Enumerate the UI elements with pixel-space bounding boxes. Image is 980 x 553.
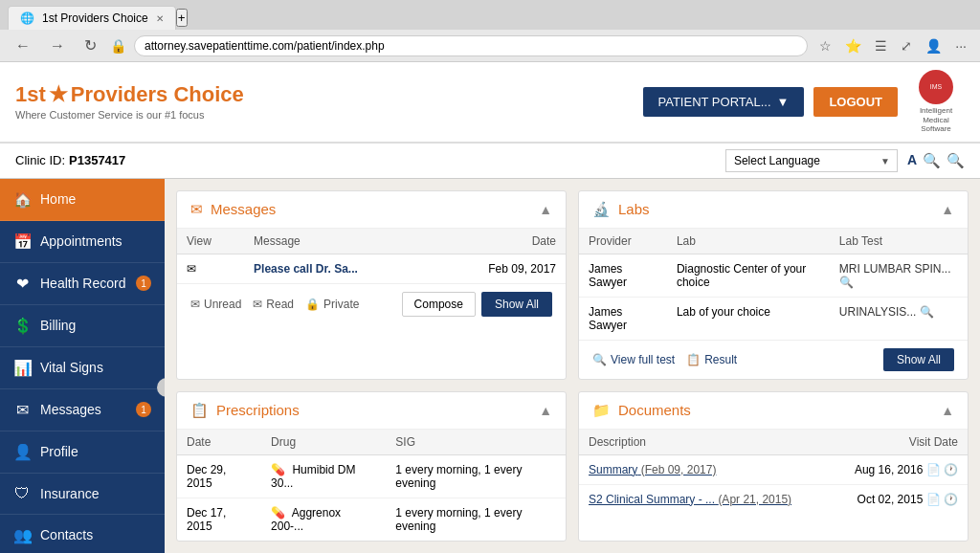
rx-sig-2: 1 every morning, 1 every evening — [386, 498, 566, 541]
lab-lab-2: Lab of your choice — [667, 297, 830, 340]
accessibility-icons: A 🔍 🔍 — [907, 152, 965, 169]
back-button[interactable]: ← — [10, 35, 36, 56]
msg-date-cell: Feb 09, 2017 — [433, 254, 566, 283]
extend-icon[interactable]: ⤢ — [897, 36, 916, 55]
messages-card-title: ✉ Messages — [190, 201, 276, 218]
sidebar-label-appointments: Appointments — [40, 233, 122, 249]
text-size-icon[interactable]: A — [907, 152, 917, 169]
address-input[interactable] — [134, 35, 808, 56]
sidebar-item-appointments[interactable]: 📅 Appointments — [0, 221, 165, 263]
patient-portal-label: PATIENT PORTAL... — [658, 95, 771, 109]
doc-file-icon-2[interactable]: 📄 — [926, 493, 941, 506]
app-body: ‹ 🏠 Home 📅 Appointments ❤ Health Record … — [0, 179, 980, 553]
lab-search-icon-2[interactable]: 🔍 — [920, 305, 934, 319]
messages-footer-actions: Compose Show All — [402, 292, 552, 317]
view-full-test-link[interactable]: 🔍 View full test — [592, 353, 675, 366]
header-actions: PATIENT PORTAL... ▼ LOGOUT IMS Intellige… — [643, 70, 965, 134]
star-icon[interactable]: ⭐ — [841, 36, 865, 55]
logout-button[interactable]: LOGOUT — [813, 87, 898, 117]
prescriptions-card-body: Date Drug SIG Dec 29, 2015 💊 Humibid DM … — [177, 430, 566, 541]
lab-test-2: URINALYSIS... 🔍 — [830, 297, 968, 340]
sidebar-item-profile[interactable]: 👤 Profile — [0, 431, 165, 474]
documents-title-icon: 📁 — [592, 402, 611, 419]
unread-filter[interactable]: ✉ Unread — [190, 298, 241, 311]
sidebar-item-billing[interactable]: 💲 Billing — [0, 305, 165, 347]
sidebar-item-home[interactable]: 🏠 Home — [0, 179, 165, 221]
bookmark-icon[interactable]: ☆ — [815, 36, 835, 55]
doc-desc-text-2: S2 Clinical Summary - ... — [589, 493, 715, 506]
doc-summary-link-1[interactable]: Summary (Feb 09, 2017) — [589, 463, 716, 476]
rx-drug-1: 💊 Humibid DM 30... — [261, 454, 386, 498]
labs-collapse-icon[interactable]: ▲ — [941, 202, 954, 217]
messages-collapse-icon[interactable]: ▲ — [539, 202, 552, 217]
drug-icon-2: 💊 — [271, 506, 285, 520]
labs-title-text: Labs — [618, 201, 650, 217]
doc-file-icon-1[interactable]: 📄 — [926, 463, 941, 476]
lock-icon: 🔒 — [110, 38, 126, 54]
tab-bar: 🌐 1st Providers Choice ✕ + — [0, 0, 980, 30]
doc-summary-link-2[interactable]: S2 Clinical Summary - ... (Apr 21, 2015) — [589, 493, 791, 506]
sidebar-label-contacts: Contacts — [40, 527, 93, 542]
new-tab-button[interactable]: + — [176, 9, 188, 27]
doc-col-visit-date: Visit Date — [830, 430, 968, 455]
doc-desc-2: S2 Clinical Summary - ... (Apr 21, 2015) — [579, 484, 830, 514]
sidebar-item-vital-signs[interactable]: 📊 Vital Signs — [0, 347, 165, 389]
sidebar-item-insurance[interactable]: 🛡 Insurance — [0, 474, 165, 515]
search-icon-2[interactable]: 🔍 — [947, 152, 965, 169]
health-record-badge: 1 — [136, 276, 151, 291]
doc-visit-date-2: Oct 02, 2015 — [858, 493, 924, 506]
logo-text-first: 1st — [15, 82, 46, 107]
prescriptions-table: Date Drug SIG Dec 29, 2015 💊 Humibid DM … — [177, 430, 566, 541]
documents-title-text: Documents — [618, 402, 691, 418]
profile-icon[interactable]: 👤 — [922, 36, 946, 55]
result-link[interactable]: 📋 Result — [686, 353, 737, 366]
browser-tab[interactable]: 🌐 1st Providers Choice ✕ — [8, 6, 176, 30]
envelope-icon: ✉ — [13, 401, 31, 419]
heart-icon: ❤ — [13, 275, 31, 293]
messages-card-header: ✉ Messages ▲ — [177, 191, 566, 229]
sidebar-item-contacts[interactable]: 👥 Contacts — [0, 515, 165, 553]
browser-chrome: 🌐 1st Providers Choice ✕ + ← → ↻ 🔒 ☆ ⭐ ☰… — [0, 0, 980, 62]
logo-text-rest: Providers Choice — [71, 82, 244, 107]
more-icon[interactable]: ··· — [951, 36, 970, 55]
read-filter[interactable]: ✉ Read — [253, 298, 294, 311]
private-filter[interactable]: 🔒 Private — [305, 298, 359, 311]
lab-provider-1: James Sawyer — [579, 254, 667, 297]
tab-close-icon[interactable]: ✕ — [156, 13, 164, 24]
prescriptions-title-icon: 📋 — [190, 402, 209, 419]
documents-collapse-icon[interactable]: ▲ — [941, 403, 954, 418]
lab-test-1: MRI LUMBAR SPIN... 🔍 — [830, 254, 968, 297]
labs-col-test: Lab Test — [830, 229, 968, 254]
doc-visit-2: Oct 02, 2015 📄 🕐 — [830, 484, 968, 514]
messages-show-all-button[interactable]: Show All — [481, 292, 552, 317]
doc-desc-1: Summary (Feb 09, 2017) — [579, 454, 830, 484]
sidebar-label-home: Home — [40, 191, 76, 207]
prescriptions-collapse-icon[interactable]: ▲ — [539, 403, 552, 418]
messages-title-text: Messages — [211, 201, 276, 217]
sidebar-item-health-record[interactable]: ❤ Health Record 1 — [0, 263, 165, 305]
labs-col-provider: Provider — [579, 229, 667, 254]
labs-card-body: Provider Lab Lab Test James Sawyer Diagn… — [579, 229, 968, 340]
refresh-button[interactable]: ↻ — [78, 34, 102, 56]
forward-button[interactable]: → — [44, 35, 71, 56]
language-select[interactable]: Select Language — [725, 149, 898, 172]
prescriptions-card-header: 📋 Prescriptions ▲ — [177, 392, 566, 430]
compose-button[interactable]: Compose — [402, 292, 476, 317]
lab-search-icon-1[interactable]: 🔍 — [839, 276, 854, 289]
read-label: Read — [266, 298, 294, 311]
user-icon: 👤 — [13, 443, 31, 461]
search-icon-1[interactable]: 🔍 — [923, 152, 941, 169]
labs-show-all-button[interactable]: Show All — [883, 348, 954, 371]
patient-portal-button[interactable]: PATIENT PORTAL... ▼ — [643, 87, 805, 117]
menu-icon[interactable]: ☰ — [871, 36, 891, 55]
doc-clock-icon-1[interactable]: 🕐 — [944, 463, 958, 476]
clinic-id-label: Clinic ID: — [15, 153, 65, 167]
sidebar-item-messages[interactable]: ✉ Messages 1 — [0, 389, 165, 431]
clinic-bar: Clinic ID: P1357417 Select Language ▼ A … — [0, 144, 980, 179]
chart-icon: 📊 — [13, 359, 31, 377]
message-link[interactable]: Please call Dr. Sa... — [254, 262, 358, 276]
doc-clock-icon-2[interactable]: 🕐 — [944, 493, 958, 506]
rx-date-2: Dec 17, 2015 — [177, 498, 261, 541]
envelope-small-icon: ✉ — [187, 262, 196, 276]
messages-card-body: View Message Date ✉ Please call Dr. Sa..… — [177, 229, 566, 283]
